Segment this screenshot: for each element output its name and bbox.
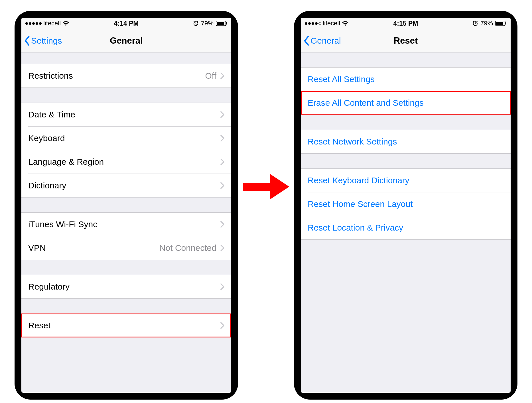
group-reset-network: Reset Network Settings — [301, 130, 511, 154]
row-restrictions[interactable]: Restrictions Off — [21, 64, 231, 87]
group-reset-other: Reset Keyboard Dictionary Reset Home Scr… — [301, 168, 511, 240]
settings-table: Restrictions Off Date & Time — [21, 52, 231, 393]
nav-bar: Settings General — [21, 29, 231, 52]
row-reset-keyboard-dictionary[interactable]: Reset Keyboard Dictionary — [301, 169, 511, 192]
row-label: Reset Home Screen Layout — [308, 199, 413, 209]
row-detail: Not Connected — [159, 243, 216, 253]
arrow-between — [237, 11, 295, 202]
group-reset-top: Reset All Settings Erase All Content and… — [301, 67, 511, 115]
group-reset: Reset — [21, 314, 231, 337]
nav-title: Reset — [301, 36, 511, 46]
row-label: VPN — [28, 243, 46, 253]
row-itunes-wifi-sync[interactable]: iTunes Wi-Fi Sync — [21, 213, 231, 236]
status-time: 4:15 PM — [301, 20, 511, 27]
phone-right: lifecell 4:15 PM 79% — [295, 11, 517, 399]
status-time: 4:14 PM — [21, 20, 231, 27]
row-regulatory[interactable]: Regulatory — [21, 275, 231, 298]
row-reset[interactable]: Reset — [21, 314, 231, 337]
row-label: Reset Network Settings — [308, 137, 397, 146]
chevron-right-icon — [220, 72, 224, 79]
row-language-region[interactable]: Language & Region — [21, 150, 231, 174]
row-label: Reset — [28, 321, 50, 330]
chevron-right-icon — [220, 221, 224, 228]
screen-left: lifecell 4:14 PM 79% — [21, 18, 231, 393]
row-keyboard[interactable]: Keyboard — [21, 127, 231, 150]
reset-table: Reset All Settings Erase All Content and… — [301, 52, 511, 393]
row-dictionary[interactable]: Dictionary — [21, 174, 231, 197]
screen-right: lifecell 4:15 PM 79% — [301, 18, 511, 393]
row-reset-home-screen[interactable]: Reset Home Screen Layout — [301, 192, 511, 216]
group-regulatory: Regulatory — [21, 275, 231, 299]
chevron-right-icon — [220, 135, 224, 142]
chevron-right-icon — [220, 158, 224, 165]
row-label: iTunes Wi-Fi Sync — [28, 219, 97, 229]
chevron-right-icon — [220, 283, 224, 290]
group-restrictions: Restrictions Off — [21, 64, 231, 88]
chevron-right-icon — [220, 322, 224, 329]
row-date-time[interactable]: Date & Time — [21, 103, 231, 126]
row-reset-location-privacy[interactable]: Reset Location & Privacy — [301, 216, 511, 239]
row-label: Regulatory — [28, 282, 70, 292]
row-label: Erase All Content and Settings — [308, 98, 424, 108]
row-erase-all-content[interactable]: Erase All Content and Settings — [301, 91, 511, 115]
row-label: Language & Region — [28, 157, 104, 167]
arrow-right-icon — [242, 171, 290, 202]
chevron-right-icon — [220, 182, 224, 189]
row-reset-network-settings[interactable]: Reset Network Settings — [301, 130, 511, 153]
status-bar: lifecell 4:15 PM 79% — [301, 18, 511, 29]
row-label: Keyboard — [28, 133, 65, 143]
row-reset-all-settings[interactable]: Reset All Settings — [301, 68, 511, 91]
chevron-right-icon — [220, 245, 224, 251]
phone-left: lifecell 4:14 PM 79% — [15, 11, 237, 399]
stage: lifecell 4:14 PM 79% — [0, 0, 532, 403]
row-label: Date & Time — [28, 110, 75, 119]
row-label: Reset All Settings — [308, 74, 375, 84]
group-network: iTunes Wi-Fi Sync VPN Not Connected — [21, 212, 231, 260]
nav-title: General — [21, 36, 231, 46]
status-bar: lifecell 4:14 PM 79% — [21, 18, 231, 29]
row-label: Restrictions — [28, 71, 73, 81]
row-vpn[interactable]: VPN Not Connected — [21, 236, 231, 260]
row-detail: Off — [205, 71, 216, 81]
group-input: Date & Time Keyboard Language & Region — [21, 103, 231, 198]
chevron-right-icon — [220, 111, 224, 118]
row-label: Dictionary — [28, 181, 66, 190]
nav-bar: General Reset — [301, 29, 511, 52]
row-label: Reset Location & Privacy — [308, 223, 403, 233]
row-label: Reset Keyboard Dictionary — [308, 176, 409, 185]
